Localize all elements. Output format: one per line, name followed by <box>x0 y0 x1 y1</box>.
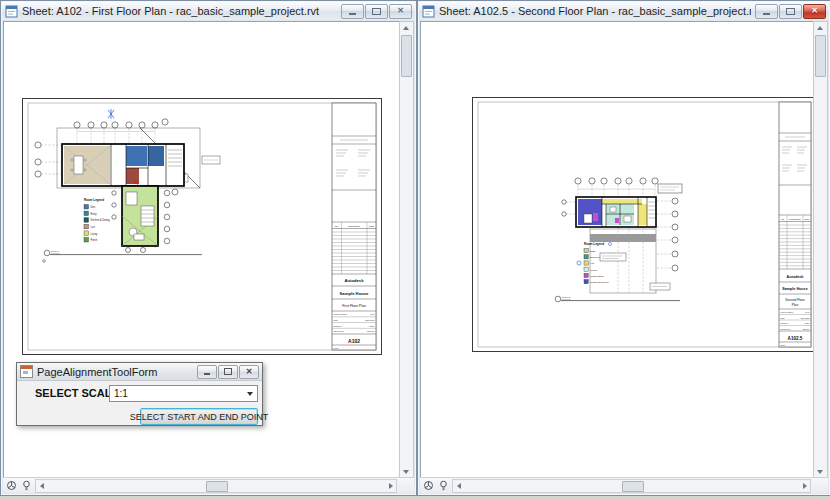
tb-sheetname-1: Second Floor <box>785 298 806 302</box>
svg-text:Checked by: Checked by <box>334 330 345 332</box>
svg-text:Issue Date: Issue Date <box>365 319 375 321</box>
dialog-title: PageAlignmentToolForm <box>37 366 193 378</box>
svg-text:Master Bath: Master Bath <box>590 275 604 278</box>
legend-title: Room Legend <box>84 198 104 202</box>
steering-wheel-icon[interactable] <box>5 480 17 492</box>
sheet-a102-5: No. Description Date Autodesk Sample Hou… <box>472 97 815 352</box>
scroll-down-arrow[interactable] <box>400 466 411 477</box>
dialog-titlebar[interactable]: PageAlignmentToolForm ✕ <box>17 363 262 381</box>
close-button[interactable]: ✕ <box>389 4 412 19</box>
page-alignment-tool-dialog: PageAlignmentToolForm ✕ SELECT SCALE 1:1… <box>16 362 263 426</box>
svg-text:Checker: Checker <box>802 328 809 330</box>
svg-text:No.: No. <box>781 218 785 220</box>
svg-text:Checked by: Checked by <box>781 328 791 330</box>
scroll-left-arrow[interactable] <box>453 480 464 492</box>
level-label: Level 2 <box>562 296 570 299</box>
maximize-button[interactable] <box>779 4 802 19</box>
horizontal-scrollbar-right[interactable] <box>452 479 811 493</box>
vertical-scroll-thumb[interactable] <box>401 35 412 77</box>
dialog-minimize-button[interactable] <box>197 365 217 379</box>
dialog-maximize-button[interactable] <box>218 365 238 379</box>
resize-corner[interactable] <box>400 480 412 492</box>
svg-text:Master Bedroom: Master Bedroom <box>590 281 608 284</box>
svg-text:Drawn by: Drawn by <box>334 325 342 327</box>
scroll-down-arrow[interactable] <box>814 466 825 477</box>
lightbulb-icon[interactable] <box>20 480 32 492</box>
titlebar-right[interactable]: Sheet: A102.5 - Second Floor Plan - rac_… <box>419 2 829 20</box>
svg-text:Date: Date <box>781 317 785 319</box>
minimize-button[interactable] <box>341 4 364 19</box>
window-second-floor-plan: Sheet: A102.5 - Second Floor Plan - rac_… <box>417 0 830 496</box>
horizontal-scroll-thumb[interactable] <box>206 481 228 492</box>
svg-text:Bedroom: Bedroom <box>590 256 600 259</box>
svg-text:Project number: Project number <box>781 311 794 313</box>
window-title: Sheet: A102 - First Floor Plan - rac_bas… <box>22 5 337 17</box>
svg-text:Porch: Porch <box>91 238 98 242</box>
lightbulb-icon[interactable] <box>437 480 449 492</box>
svg-text:Lav: Lav <box>91 225 96 229</box>
maximize-button[interactable] <box>365 4 388 19</box>
dialog-close-button[interactable]: ✕ <box>239 365 259 379</box>
titlebar-left[interactable]: Sheet: A102 - First Floor Plan - rac_bas… <box>2 2 415 20</box>
svg-text:Drawn by: Drawn by <box>781 322 789 324</box>
svg-text:Closet: Closet <box>590 269 597 272</box>
svg-text:Hall: Hall <box>590 262 595 265</box>
tb-project: Sample House <box>782 287 807 291</box>
scroll-left-arrow[interactable] <box>36 480 47 492</box>
select-start-end-point-button[interactable]: SELECT START AND END POINT <box>140 408 258 425</box>
close-button[interactable]: ✕ <box>803 4 826 19</box>
scroll-right-arrow[interactable] <box>385 480 396 492</box>
svg-text:Entry: Entry <box>91 212 98 216</box>
resize-corner[interactable] <box>814 480 826 492</box>
svg-text:Living: Living <box>91 232 98 236</box>
svg-text:Checker: Checker <box>367 330 375 332</box>
svg-text:Project number: Project number <box>334 313 348 315</box>
horizontal-scrollbar-left[interactable] <box>35 479 397 493</box>
tb-project: Sample House <box>340 291 370 296</box>
vertical-scrollbar-left[interactable] <box>399 21 414 478</box>
tb-sheetname-2: Plan <box>792 303 799 307</box>
tb-scale: Scale <box>781 344 786 346</box>
tb-company: Autodesk <box>787 275 805 279</box>
scroll-up-arrow[interactable] <box>400 22 411 33</box>
revit-sheet-icon <box>5 5 18 18</box>
horizontal-scroll-thumb[interactable] <box>622 481 644 492</box>
tb-number: A102 <box>348 338 360 344</box>
sheet-a102: No. Description Date Autodesk Sample Hou… <box>22 98 382 355</box>
rev-col-no: No. <box>335 225 339 228</box>
scale-combobox[interactable]: 1:1 <box>109 385 258 402</box>
view-bar-left <box>3 477 414 493</box>
titleblock-left: No. Description Date Autodesk Sample Hou… <box>332 103 376 350</box>
chevron-down-icon <box>247 392 253 396</box>
scroll-up-arrow[interactable] <box>814 22 825 33</box>
window-title: Sheet: A102.5 - Second Floor Plan - rac_… <box>439 5 751 17</box>
level-label: Level 1 <box>51 250 59 253</box>
revit-sheet-icon <box>422 5 435 18</box>
rev-col-desc: Description <box>348 225 361 228</box>
svg-text:Date: Date <box>805 218 811 220</box>
svg-text:Author: Author <box>804 322 810 324</box>
tb-sheetname: First Floor Plan <box>342 304 366 308</box>
svg-text:Bath: Bath <box>590 250 596 253</box>
svg-text:Issue Date: Issue Date <box>800 317 809 319</box>
view-bar-right <box>420 477 828 493</box>
tb-number: A102.5 <box>788 336 803 341</box>
vertical-scroll-thumb[interactable] <box>815 35 826 77</box>
svg-text:Kitchen & Dining: Kitchen & Dining <box>91 218 111 222</box>
select-scale-label: SELECT SCALE <box>35 387 119 399</box>
svg-text:Author: Author <box>369 325 375 327</box>
svg-text:Description: Description <box>789 218 801 220</box>
steering-wheel-icon[interactable] <box>422 480 434 492</box>
svg-text:Den: Den <box>91 205 96 209</box>
rev-col-date: Date <box>369 225 375 228</box>
svg-text:0001: 0001 <box>805 311 809 313</box>
legend-title: Room Legend <box>584 242 604 246</box>
form-icon <box>20 365 33 378</box>
scroll-right-arrow[interactable] <box>799 480 810 492</box>
scale-value: 1:1 <box>114 388 128 399</box>
vertical-scrollbar-right[interactable] <box>813 21 828 478</box>
titleblock-right: No. Description Date Autodesk Sample Hou… <box>779 102 811 347</box>
minimize-button[interactable] <box>755 4 778 19</box>
drawing-canvas-right[interactable]: No. Description Date Autodesk Sample Hou… <box>420 21 815 478</box>
tb-company: Autodesk <box>344 278 364 283</box>
